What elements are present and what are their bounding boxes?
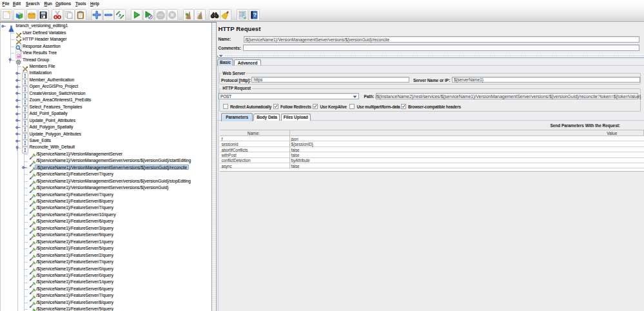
svg-text:?: ? <box>253 12 257 18</box>
